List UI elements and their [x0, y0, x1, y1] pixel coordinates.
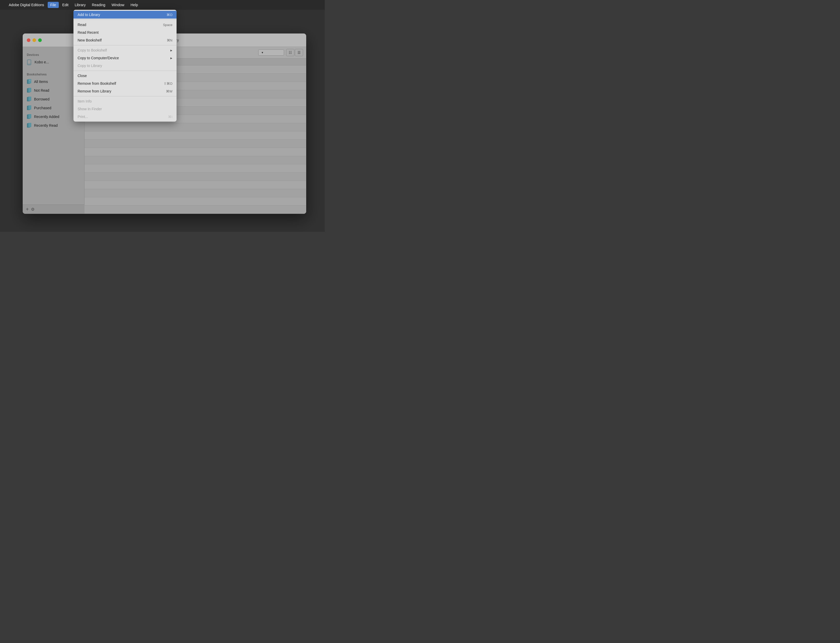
read-label: Read	[78, 23, 86, 27]
menu-item-add-to-library[interactable]: Add to Library ⌘O	[74, 11, 176, 18]
menu-item-remove-from-bookshelf[interactable]: Remove from Bookshelf ⇧⌘O	[74, 80, 176, 87]
menu-item-read[interactable]: Read Space	[74, 21, 176, 29]
menubar-library[interactable]: Library	[72, 2, 88, 8]
menubar-file[interactable]: File	[48, 2, 59, 8]
menubar-window[interactable]: Window	[109, 2, 127, 8]
copy-to-computer-arrow: ▶	[170, 57, 172, 59]
add-to-library-label: Add to Library	[78, 13, 100, 17]
close-label: Close	[78, 74, 87, 78]
menubar: Adobe Digital Editions File Edit Library…	[0, 0, 325, 10]
menubar-app-name[interactable]: Adobe Digital Editions	[6, 2, 47, 8]
menu-item-copy-to-library[interactable]: Copy to Library	[74, 62, 176, 70]
menu-item-remove-from-library[interactable]: Remove from Library ⌘W	[74, 87, 176, 95]
separator-4	[74, 96, 176, 96]
menu-item-copy-to-bookshelf[interactable]: Copy to Bookshelf ▶	[74, 46, 176, 54]
menu-item-read-recent[interactable]: Read Recent	[74, 29, 176, 36]
menubar-reading[interactable]: Reading	[89, 2, 108, 8]
print-shortcut: ⌘I	[168, 115, 172, 119]
separator-3	[74, 70, 176, 71]
remove-from-library-label: Remove from Library	[78, 89, 111, 93]
read-recent-label: Read Recent	[78, 30, 99, 34]
file-dropdown-menu: Add to Library ⌘O Read Space Read Recent…	[74, 10, 176, 122]
menu-item-new-bookshelf[interactable]: New Bookshelf ⌘N	[74, 36, 176, 44]
copy-to-computer-label: Copy to Computer/Device	[78, 56, 119, 60]
read-shortcut: Space	[163, 23, 172, 27]
new-bookshelf-shortcut: ⌘N	[167, 38, 172, 42]
remove-from-library-shortcut: ⌘W	[166, 90, 172, 93]
add-to-library-shortcut: ⌘O	[167, 13, 172, 17]
show-in-finder-label: Show In Finder	[78, 107, 102, 111]
new-bookshelf-label: New Bookshelf	[78, 38, 101, 42]
copy-to-bookshelf-arrow: ▶	[170, 49, 172, 52]
menu-item-show-in-finder[interactable]: Show In Finder	[74, 105, 176, 113]
menu-item-copy-to-computer[interactable]: Copy to Computer/Device ▶	[74, 54, 176, 62]
menu-item-close[interactable]: Close	[74, 72, 176, 80]
copy-to-library-label: Copy to Library	[78, 64, 102, 68]
menubar-edit[interactable]: Edit	[60, 2, 71, 8]
menubar-help[interactable]: Help	[128, 2, 141, 8]
separator-1	[74, 20, 176, 20]
menu-item-print[interactable]: Print... ⌘I	[74, 113, 176, 121]
item-info-label: Item Info	[78, 99, 92, 103]
remove-from-bookshelf-label: Remove from Bookshelf	[78, 82, 116, 85]
remove-from-bookshelf-shortcut: ⇧⌘O	[163, 82, 172, 85]
copy-to-bookshelf-label: Copy to Bookshelf	[78, 48, 107, 52]
print-label: Print...	[78, 115, 88, 119]
menu-item-item-info[interactable]: Item Info	[74, 97, 176, 105]
